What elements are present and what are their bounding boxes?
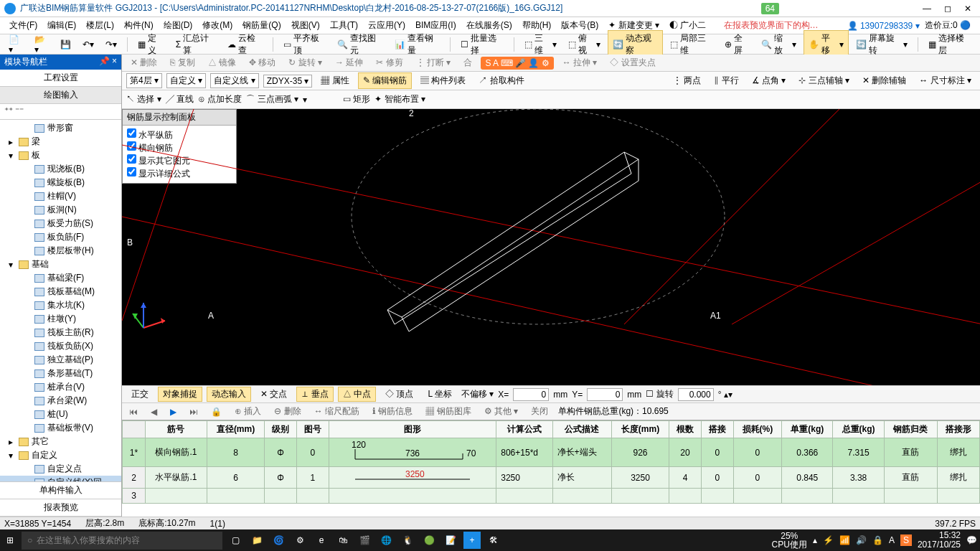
col-header[interactable]: 根数 [669, 421, 702, 438]
menu-view[interactable]: 视图(V) [286, 19, 325, 32]
viewport[interactable]: 钢筋显示控制面板 水平纵筋 横向钢筋 显示其它图元 显示详细公式 2 B A A [122, 109, 980, 385]
copy-button[interactable]: ⎘ 复制 [166, 56, 199, 70]
pick-button[interactable]: ↗ 拾取构件 [474, 73, 528, 88]
degree-stepper[interactable]: ° ▴▾ [718, 390, 732, 400]
maximize-button[interactable]: ◻ [944, 4, 951, 14]
tray-net-icon[interactable]: 📶 [839, 535, 850, 545]
tree-node[interactable]: 自定义点 [0, 462, 121, 476]
tray-up-icon[interactable]: ▴ [813, 535, 817, 545]
tree-node[interactable]: 柱墩(Y) [0, 312, 121, 326]
task-swirl-icon[interactable]: 🌀 [270, 532, 287, 549]
task-view-icon[interactable]: ▢ [227, 532, 244, 549]
close-button[interactable]: ✕ [964, 4, 971, 14]
clock[interactable]: 15:322017/10/25 [918, 531, 961, 550]
attr-button[interactable]: ▦ 属性 [316, 73, 353, 88]
task-movie-icon[interactable]: 🎬 [356, 532, 373, 549]
menu-version[interactable]: 版本号(B) [556, 19, 603, 32]
zoom-button[interactable]: 🔍 缩放 ▾ [757, 31, 801, 58]
tree-node[interactable]: 独立基础(P) [0, 353, 121, 367]
guangxiaoer[interactable]: ◐ 广小二 [664, 19, 711, 32]
ptang-button[interactable]: ∡ 点角 ▾ [748, 73, 791, 88]
flat-top-button[interactable]: ▭ 平齐板顶 [279, 31, 331, 58]
last-icon[interactable]: ⏭ [187, 407, 201, 417]
minimize-button[interactable]: — [923, 4, 931, 14]
col-header[interactable]: 钢筋归类 [884, 421, 937, 438]
tree-node[interactable]: 承台梁(W) [0, 394, 121, 408]
category-select[interactable]: 自定义 ▾ [166, 73, 206, 88]
tree-node[interactable]: ▾ 板 [0, 149, 121, 162]
tab-project-settings[interactable]: 工程设置 [0, 70, 121, 87]
task-app-icon[interactable]: + [463, 532, 481, 549]
ding-toggle[interactable]: ◇ 顶点 [380, 387, 418, 402]
fill-select[interactable]: ▾ [303, 95, 339, 105]
code-select[interactable]: ZDYX-35 ▾ [263, 75, 313, 88]
screen-rotate-button[interactable]: 🔄 屏幕旋转 ▾ [852, 31, 912, 58]
prev-icon[interactable]: ◀ [148, 407, 160, 417]
select-floor-button[interactable]: ▦ 选择楼层 [924, 31, 976, 58]
zhong-toggle[interactable]: △ 中点 [338, 387, 376, 402]
chui-toggle[interactable]: ⊥ 垂点 [296, 387, 333, 402]
line-tool[interactable]: ╱ 直线 [166, 93, 194, 105]
col-header[interactable]: 损耗(%) [733, 421, 781, 438]
tab-single-input[interactable]: 单构件输入 [0, 482, 121, 499]
rect-tool[interactable]: ▭ 矩形 [343, 93, 370, 105]
tree-node[interactable]: 集水坑(K) [0, 298, 121, 312]
dim-button[interactable]: ↔ 尺寸标注 ▾ [915, 73, 976, 88]
col-header[interactable]: 计算公式 [496, 421, 552, 438]
tree-node[interactable]: 螺旋板(B) [0, 176, 121, 189]
stretch-button[interactable]: ↔ 拉伸 ▾ [558, 56, 602, 70]
tree-node[interactable]: ▾ 基础 [0, 258, 121, 271]
cpu-meter[interactable]: 25%CPU使用 [772, 532, 807, 549]
col-header[interactable]: 图形 [329, 421, 496, 438]
task-folder-icon[interactable]: 📁 [248, 532, 265, 549]
table-row[interactable]: 3 [123, 489, 980, 504]
tray-notif-icon[interactable]: 💬 [966, 535, 977, 545]
tree-node[interactable]: 板负筋(F) [0, 230, 121, 244]
menu-tools[interactable]: 工具(T) [325, 19, 363, 32]
col-header[interactable]: 单重(kg) [782, 421, 833, 438]
tree-node[interactable]: 桩承台(V) [0, 380, 121, 394]
task-note-icon[interactable]: 📝 [442, 532, 459, 549]
menu-modify[interactable]: 修改(M) [197, 19, 237, 32]
menu-floor[interactable]: 楼层(L) [81, 19, 119, 32]
col-header[interactable]: 直径(mm) [207, 421, 264, 438]
define-button[interactable]: ▦ 定义 [133, 31, 169, 58]
arc-tool[interactable]: ⌒ 三点画弧 ▾ [246, 93, 298, 105]
move-button[interactable]: ✥ 移动 [245, 56, 280, 70]
task-qq-icon[interactable]: 🐧 [399, 532, 416, 549]
fushi-button[interactable]: ⬚ 俯视 ▾ [564, 31, 605, 58]
col-header[interactable]: 图号 [296, 421, 329, 438]
pin-icon[interactable]: 📌 × [99, 56, 117, 68]
task-ie-icon[interactable]: 🌐 [377, 532, 395, 549]
tree-node[interactable]: 桩(U) [0, 408, 121, 421]
offset-select[interactable]: 不偏移 ▾ [461, 388, 494, 400]
zuo-toggle[interactable]: L 坐标 [423, 387, 457, 402]
col-header[interactable]: 筋号 [146, 421, 207, 438]
break-button[interactable]: ⋮ 打断 ▾ [412, 56, 456, 70]
tray-sogou-icon[interactable]: S [900, 534, 912, 546]
tree-node[interactable]: 板受力筋(S) [0, 217, 121, 230]
scale-rebar[interactable]: ↔ 缩尺配筋 [311, 405, 362, 418]
menu-file[interactable]: 文件(F) [4, 19, 42, 32]
save-icon[interactable]: 💾 [56, 38, 75, 51]
table-row[interactable]: 2水平纵筋.16Φ132503250净长32504000.8453.38直筋绑扎 [123, 467, 980, 489]
zaojiadou[interactable]: 造价豆:0 🔵 [920, 19, 976, 32]
col-header[interactable]: 搭接 [701, 421, 733, 438]
phone-number[interactable]: 👤 13907298339 ▾ [847, 21, 920, 31]
view-steel-button[interactable]: 📊 查看钢量 [390, 31, 444, 58]
task-gear2-icon[interactable]: ⚙ [291, 532, 308, 549]
rotate-button[interactable]: ↻ 旋转 ▾ [284, 56, 326, 70]
tray-accel-icon[interactable]: ⚡ [823, 535, 834, 545]
tray-lock-icon[interactable]: 🔒 [872, 535, 883, 545]
tray-a-icon[interactable]: A [889, 535, 895, 545]
menu-bim[interactable]: BIM应用(I) [410, 19, 461, 32]
floor-select[interactable]: 第4层 ▾ [126, 73, 162, 88]
rebar-lib[interactable]: ▦ 钢筋图库 [423, 405, 473, 418]
tree-node[interactable]: 条形基础(T) [0, 367, 121, 380]
tree-node[interactable]: 板洞(N) [0, 203, 121, 217]
close-table[interactable]: 关闭 [528, 405, 551, 418]
col-header[interactable]: 公式描述 [552, 421, 611, 438]
threeaux-button[interactable]: ⊹ 三点辅轴 ▾ [794, 73, 854, 88]
find-element-button[interactable]: 🔍 查找图元 [333, 31, 387, 58]
lock-icon[interactable]: 🔒 [208, 407, 225, 417]
